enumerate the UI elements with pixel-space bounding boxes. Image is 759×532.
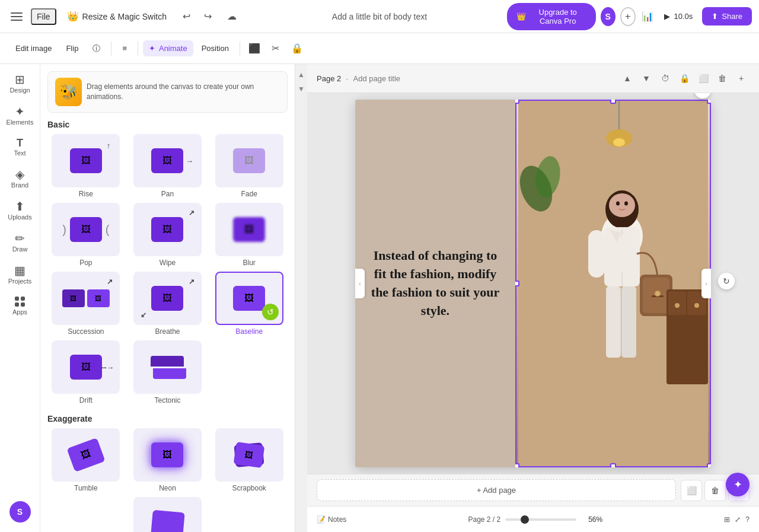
selected-check-icon: ↺ bbox=[262, 304, 279, 320]
animation-extra[interactable] bbox=[47, 497, 288, 532]
chevron-down-icon[interactable]: ▼ bbox=[638, 70, 655, 87]
edit-image-button[interactable]: Edit image bbox=[9, 40, 58, 56]
add-collaborator-button[interactable]: + bbox=[620, 7, 636, 26]
right-controls: ↻ bbox=[718, 273, 735, 294]
page-title-input[interactable] bbox=[353, 74, 453, 83]
page-bar-icons: ▲ ▼ ⏱ 🔒 ⬜ 🗑 + bbox=[619, 70, 750, 87]
position-button[interactable]: Position bbox=[196, 40, 235, 56]
help-button[interactable]: ? bbox=[745, 515, 750, 524]
sidebar-label-uploads: Uploads bbox=[8, 214, 31, 221]
animation-tumble[interactable]: 🖼 Tumble bbox=[47, 428, 125, 492]
redo-button[interactable]: ↪ bbox=[199, 7, 218, 26]
notes-button[interactable]: 📝 Notes bbox=[317, 515, 346, 524]
pop-thumbnail: ) ( bbox=[52, 203, 120, 256]
scroll-up-button[interactable]: ▲ bbox=[295, 69, 307, 81]
animation-baseline[interactable]: 🖼 ↺ Baseline bbox=[211, 272, 288, 336]
sidebar-item-apps[interactable]: Apps bbox=[4, 292, 37, 320]
animation-neon[interactable]: 🖼 Neon bbox=[129, 428, 206, 492]
animation-rise[interactable]: ↑ Rise bbox=[47, 134, 125, 198]
page-bar: Page 2 - ▲ ▼ ⏱ 🔒 ⬜ 🗑 + bbox=[307, 64, 759, 93]
avatar[interactable]: S bbox=[601, 7, 616, 26]
add-page-button[interactable]: + Add page bbox=[317, 479, 676, 501]
magic-button[interactable]: ✦ bbox=[726, 473, 750, 496]
tectonic-thumbnail bbox=[133, 340, 202, 394]
blur-thumbnail: 🖼 bbox=[215, 203, 283, 256]
canvas-viewport[interactable]: Instead of changing to fit the fashion, … bbox=[307, 93, 759, 474]
add-element-button[interactable]: + bbox=[694, 93, 711, 98]
svg-point-9 bbox=[616, 202, 620, 206]
duplicate-page-icon[interactable]: ⬜ bbox=[695, 70, 712, 87]
swap-button[interactable]: ↻ bbox=[718, 273, 735, 289]
animation-panel: 🐝 Drag elements around the canvas to cre… bbox=[40, 64, 295, 532]
pan-label: Pan bbox=[161, 190, 174, 198]
wipe-card-icon bbox=[151, 217, 183, 242]
user-avatar-nav[interactable]: S bbox=[9, 501, 31, 523]
canvas-resize-right[interactable]: › bbox=[701, 269, 711, 298]
pop-card-icon bbox=[70, 217, 102, 242]
canvas-resize-left[interactable]: ‹ bbox=[355, 269, 365, 298]
panel-scroll-area[interactable]: 🐝 Drag elements around the canvas to cre… bbox=[40, 64, 295, 532]
undo-button[interactable]: ↩ bbox=[177, 7, 196, 26]
lock-page-icon[interactable]: 🔒 bbox=[676, 70, 693, 87]
tumble-label: Tumble bbox=[74, 484, 98, 492]
zoom-slider[interactable] bbox=[505, 518, 576, 521]
animation-scrapbook[interactable]: 🖼 Scrapbook bbox=[211, 428, 288, 492]
sidebar-item-design[interactable]: ⊞ Design bbox=[4, 69, 37, 98]
sidebar-item-draw[interactable]: ✏ Draw bbox=[4, 228, 37, 257]
grid-view-button[interactable]: ⊞ bbox=[724, 515, 730, 524]
breathe-card-icon bbox=[151, 286, 183, 311]
basic-animations-grid-2: --→ Drift Tectonic bbox=[47, 340, 288, 404]
elements-icon: ✦ bbox=[15, 106, 25, 117]
blur-card-icon: 🖼 bbox=[233, 217, 265, 242]
sidebar-item-elements[interactable]: ✦ Elements bbox=[4, 101, 37, 130]
tumble-thumbnail: 🖼 bbox=[52, 428, 120, 482]
svg-point-5 bbox=[613, 138, 625, 146]
animation-blur[interactable]: 🖼 Blur bbox=[211, 203, 288, 267]
status-bar: 📝 Notes Page 2 / 2 56% ⊞ ⤢ ? bbox=[307, 506, 759, 532]
animation-tectonic[interactable]: Tectonic bbox=[129, 340, 206, 404]
animation-pan[interactable]: → Pan bbox=[129, 134, 206, 198]
flip-button[interactable]: Flip bbox=[60, 40, 84, 56]
toolbar-separator-2 bbox=[138, 42, 138, 56]
animation-fade[interactable]: 🖼 Fade bbox=[211, 134, 288, 198]
page-canvas: Instead of changing to fit the fashion, … bbox=[355, 100, 711, 467]
sidebar-item-brand[interactable]: ◈ Brand bbox=[4, 164, 37, 193]
animation-wipe[interactable]: ↗ Wipe bbox=[129, 203, 206, 267]
resize-magic-switch-button[interactable]: 👑 Resize & Magic Switch bbox=[61, 8, 173, 24]
clip-button[interactable]: ✂ bbox=[266, 39, 285, 58]
lock-button[interactable]: 🔒 bbox=[288, 39, 307, 58]
delete-page-icon[interactable]: 🗑 bbox=[714, 70, 731, 87]
animation-pop[interactable]: ) ( Pop bbox=[47, 203, 125, 267]
info-button[interactable]: ⓘ bbox=[87, 40, 106, 58]
analytics-button[interactable]: 📊 bbox=[640, 7, 655, 26]
animation-breathe[interactable]: ↗ ↙ Breathe bbox=[129, 272, 206, 336]
animate-button[interactable]: ✦ Animate bbox=[143, 40, 193, 56]
sidebar-item-projects[interactable]: ▦ Projects bbox=[4, 260, 37, 289]
animation-succession[interactable]: 🖼 🖼 ↗ Succession bbox=[47, 272, 125, 336]
timer-icon[interactable]: ⏱ bbox=[657, 70, 674, 87]
save-cloud-button[interactable]: ☁ bbox=[222, 7, 241, 26]
share-button[interactable]: ⬆ Share bbox=[702, 7, 752, 26]
svg-point-10 bbox=[624, 202, 628, 206]
svg-rect-15 bbox=[606, 286, 621, 358]
sidebar-item-text[interactable]: T Text bbox=[4, 133, 37, 161]
fullscreen-button[interactable]: ⤢ bbox=[735, 515, 741, 524]
delete-page-button[interactable]: 🗑 bbox=[704, 480, 726, 501]
hamburger-menu[interactable] bbox=[7, 7, 26, 26]
duplicate-page-button[interactable]: ⬜ bbox=[681, 480, 702, 501]
succession-card1-icon: 🖼 bbox=[62, 289, 85, 307]
play-button[interactable]: ▶ 10.0s bbox=[659, 9, 697, 23]
fashion-photo bbox=[515, 100, 711, 467]
sidebar-item-uploads[interactable]: ⬆ Uploads bbox=[4, 196, 37, 225]
chevron-up-icon[interactable]: ▲ bbox=[619, 70, 636, 87]
extra-card-icon bbox=[151, 510, 184, 532]
lines-button[interactable]: ≡ bbox=[116, 40, 133, 56]
add-page-top-icon[interactable]: + bbox=[733, 70, 750, 87]
file-button[interactable]: File bbox=[31, 8, 56, 25]
scroll-down-button[interactable]: ▼ bbox=[295, 83, 307, 95]
document-title-input[interactable] bbox=[314, 12, 445, 21]
animation-drift[interactable]: --→ Drift bbox=[47, 340, 125, 404]
checkerboard-button[interactable]: ⬛ bbox=[245, 39, 264, 58]
woman-figure-svg bbox=[518, 100, 708, 467]
upgrade-button[interactable]: 👑 Upgrade to Canva Pro bbox=[507, 3, 596, 30]
